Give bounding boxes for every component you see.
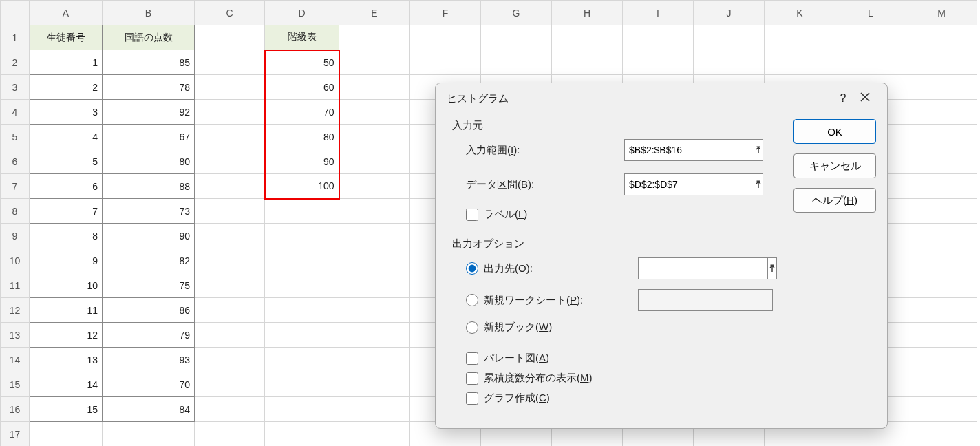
- row-header[interactable]: 15: [1, 372, 30, 397]
- cell[interactable]: [906, 125, 977, 149]
- labels-checkbox[interactable]: [466, 209, 478, 221]
- cell[interactable]: 75: [103, 273, 195, 298]
- bin-range-field[interactable]: [624, 173, 754, 195]
- cell[interactable]: [906, 372, 977, 397]
- cell[interactable]: [623, 50, 694, 75]
- cell[interactable]: [906, 397, 977, 422]
- cell[interactable]: 8: [30, 224, 103, 248]
- cell[interactable]: [906, 50, 977, 75]
- col-header-M[interactable]: M: [906, 1, 977, 25]
- cumulative-checkbox[interactable]: [466, 372, 478, 385]
- cell[interactable]: [552, 25, 623, 50]
- cell[interactable]: [265, 323, 339, 348]
- cell[interactable]: [195, 273, 265, 298]
- cell[interactable]: [765, 50, 835, 75]
- cell[interactable]: 90: [103, 224, 195, 248]
- cell[interactable]: [694, 50, 765, 75]
- cell[interactable]: [195, 199, 265, 224]
- cell[interactable]: [906, 75, 977, 100]
- row-header[interactable]: 8: [1, 199, 30, 224]
- cell[interactable]: [195, 125, 265, 149]
- col-header-F[interactable]: F: [410, 1, 481, 25]
- cell[interactable]: [906, 298, 977, 323]
- row-header[interactable]: 14: [1, 348, 30, 372]
- cell[interactable]: 4: [30, 125, 103, 149]
- ok-button[interactable]: OK: [793, 119, 876, 144]
- cell[interactable]: [339, 348, 410, 372]
- cell[interactable]: 3: [30, 100, 103, 125]
- col-header-C[interactable]: C: [195, 1, 265, 25]
- col-header-D[interactable]: D: [265, 1, 339, 25]
- row-header[interactable]: 10: [1, 248, 30, 273]
- cell[interactable]: [195, 100, 265, 125]
- col-header-G[interactable]: G: [481, 1, 552, 25]
- cancel-button[interactable]: キャンセル: [793, 153, 876, 178]
- cell[interactable]: [906, 100, 977, 125]
- cell[interactable]: [195, 149, 265, 174]
- cell[interactable]: 9: [30, 248, 103, 273]
- cell[interactable]: 12: [30, 323, 103, 348]
- cell[interactable]: 80: [265, 125, 339, 149]
- pareto-checkbox[interactable]: [466, 352, 478, 365]
- help-button[interactable]: ヘルプ(H): [793, 188, 876, 213]
- cell[interactable]: 70: [265, 100, 339, 125]
- cell[interactable]: [265, 199, 339, 224]
- cell[interactable]: 78: [103, 75, 195, 100]
- cell[interactable]: [339, 422, 410, 447]
- input-range-field[interactable]: [624, 139, 754, 161]
- bin-range-picker-icon[interactable]: [754, 173, 763, 195]
- cell[interactable]: [339, 397, 410, 422]
- cell[interactable]: [339, 75, 410, 100]
- cell[interactable]: [339, 149, 410, 174]
- input-range-picker-icon[interactable]: [754, 139, 763, 161]
- cell[interactable]: [265, 298, 339, 323]
- row-header[interactable]: 3: [1, 75, 30, 100]
- cell[interactable]: [906, 422, 977, 447]
- col-header-E[interactable]: E: [339, 1, 410, 25]
- cell[interactable]: [339, 25, 410, 50]
- cell[interactable]: [195, 25, 265, 50]
- row-header[interactable]: 13: [1, 323, 30, 348]
- cell[interactable]: 階級表: [265, 25, 339, 50]
- chart-checkbox[interactable]: [466, 392, 478, 405]
- cell[interactable]: [195, 323, 265, 348]
- cell[interactable]: 67: [103, 125, 195, 149]
- col-header-K[interactable]: K: [765, 1, 835, 25]
- cell[interactable]: 92: [103, 100, 195, 125]
- cell[interactable]: 13: [30, 348, 103, 372]
- cell[interactable]: 1: [30, 50, 103, 75]
- cell[interactable]: 国語の点数: [103, 25, 195, 50]
- select-all-corner[interactable]: [1, 1, 30, 25]
- cell[interactable]: [30, 422, 103, 447]
- row-header[interactable]: 2: [1, 50, 30, 75]
- row-header[interactable]: 12: [1, 298, 30, 323]
- cell[interactable]: [195, 422, 265, 447]
- row-header[interactable]: 6: [1, 149, 30, 174]
- cell[interactable]: 7: [30, 199, 103, 224]
- row-header[interactable]: 17: [1, 422, 30, 447]
- cell[interactable]: [265, 248, 339, 273]
- new-sheet-radio[interactable]: [466, 294, 478, 306]
- cell[interactable]: [339, 372, 410, 397]
- cell[interactable]: 86: [103, 298, 195, 323]
- cell[interactable]: 14: [30, 372, 103, 397]
- cell[interactable]: 79: [103, 323, 195, 348]
- output-ref-picker-icon[interactable]: [768, 257, 777, 279]
- cell[interactable]: [103, 422, 195, 447]
- dialog-close-icon[interactable]: [854, 92, 876, 105]
- cell[interactable]: [339, 273, 410, 298]
- cell[interactable]: [906, 323, 977, 348]
- cell[interactable]: [623, 25, 694, 50]
- new-book-radio[interactable]: [466, 321, 478, 334]
- col-header-A[interactable]: A: [30, 1, 103, 25]
- row-header[interactable]: 7: [1, 174, 30, 199]
- cell[interactable]: [265, 224, 339, 248]
- cell[interactable]: 15: [30, 397, 103, 422]
- cell[interactable]: 2: [30, 75, 103, 100]
- cell[interactable]: [906, 149, 977, 174]
- cell[interactable]: [906, 25, 977, 50]
- cell[interactable]: [339, 100, 410, 125]
- cell[interactable]: 70: [103, 372, 195, 397]
- row-header[interactable]: 1: [1, 25, 30, 50]
- cell[interactable]: [195, 174, 265, 199]
